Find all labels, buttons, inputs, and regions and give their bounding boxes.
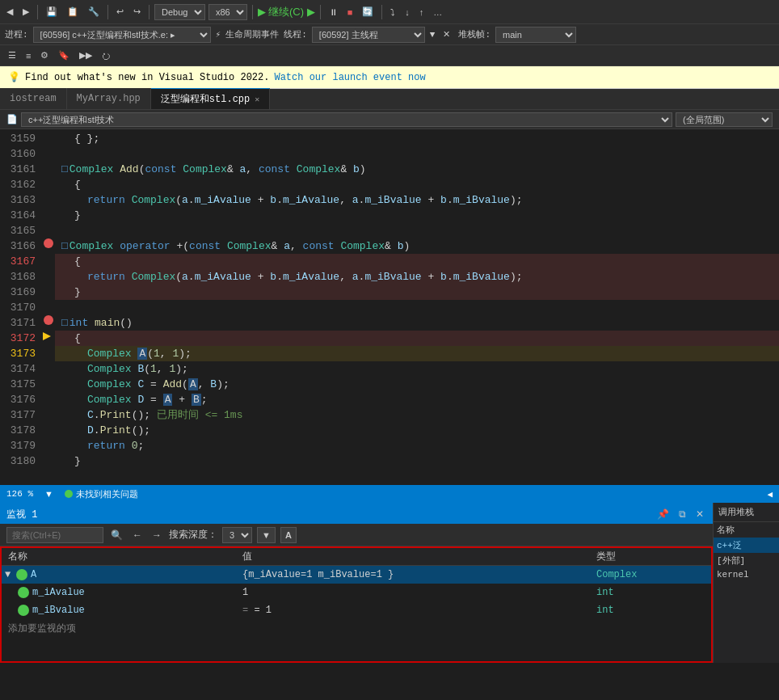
A-name: A xyxy=(31,569,36,580)
back-btn[interactable]: ◀ xyxy=(3,5,16,19)
code-line-3177: C.Print(); 已用时间 <= 1ms xyxy=(55,407,779,423)
info-link[interactable]: Watch our launch event now xyxy=(274,72,425,83)
edit-btn5[interactable]: ▶▶ xyxy=(76,48,95,62)
forward-btn[interactable]: ▶ xyxy=(19,5,32,19)
code-line-3176: Complex D = A + B; xyxy=(55,392,779,407)
edit-btn2[interactable]: ≡ xyxy=(23,49,34,62)
tab-generic[interactable]: 泛型编程和stl.cpp ✕ xyxy=(151,88,270,109)
sep1 xyxy=(37,5,38,19)
watch-col-type: 类型 xyxy=(590,550,711,563)
stop-btn[interactable]: ■ xyxy=(344,6,356,19)
watch-forward-btn[interactable]: → xyxy=(149,529,164,542)
save-btn[interactable]: 💾 xyxy=(43,5,61,19)
expand-A-icon[interactable]: ▼ xyxy=(5,569,16,580)
watch-row-mib-name: m_iBvalue xyxy=(2,605,236,616)
sep3 xyxy=(149,5,149,19)
tab-iostream-label: iostream xyxy=(10,93,57,104)
breakpoint-3167[interactable] xyxy=(44,238,53,248)
tab-myarray-label: MyArray.hpp xyxy=(77,93,141,104)
current-arrow xyxy=(43,332,51,340)
mib-name: m_iBvalue xyxy=(32,605,85,616)
redo-btn[interactable]: ↪ xyxy=(130,5,144,19)
code-line-3162: { xyxy=(55,177,779,192)
filepath-bar: 📄 c++泛型编程和stl技术 (全局范围) xyxy=(0,110,779,129)
filepath-combo[interactable]: c++泛型编程和stl技术 xyxy=(21,112,672,127)
status-bar: 126 % ▼ 未找到相关问题 ◀ xyxy=(0,485,779,503)
main-toolbar: ◀ ▶ 💾 📋 🔧 ↩ ↪ Debug x86 ▶ 继续(C) ▶ ⏸ ■ 🔄 … xyxy=(0,0,779,24)
watch-close-btn[interactable]: ✕ xyxy=(693,508,706,521)
call-stack-item-0[interactable]: c++泛 xyxy=(714,538,779,553)
edit-btn4[interactable]: 🔖 xyxy=(55,48,73,62)
scope-combo[interactable]: (全局范围) xyxy=(676,112,773,127)
call-stack-item-1[interactable]: [外部] xyxy=(714,553,779,568)
pause-btn[interactable]: ⏸ xyxy=(326,6,341,19)
call-stack-item-2[interactable]: kernel xyxy=(714,568,779,581)
debug-config-combo[interactable]: Debug xyxy=(154,4,205,20)
info-text: Find out what's new in Visual Studio 202… xyxy=(25,72,269,83)
watch-back-btn[interactable]: ← xyxy=(130,529,145,542)
code-line-3171: □int main() xyxy=(55,315,779,331)
play-icon: ▶ xyxy=(258,6,266,18)
watch-search-input[interactable] xyxy=(6,527,103,543)
tab-iostream[interactable]: iostream xyxy=(0,88,67,109)
watch-row-A-val: {m_iAvalue=1 m_iBvalue=1 } xyxy=(236,569,590,580)
mib-icon xyxy=(18,605,29,616)
toolbar-more-btn[interactable]: … xyxy=(430,6,445,19)
watch-row-mib-val: = = 1 xyxy=(236,605,590,616)
watch-a-btn[interactable]: A xyxy=(280,527,297,543)
watch-filter-btn[interactable]: ▼ xyxy=(257,527,276,543)
watch-float-btn[interactable]: ⧉ xyxy=(676,508,688,521)
code-line-3164: } xyxy=(55,208,779,223)
code-line-3161: □Complex Add(const Complex& a, const Com… xyxy=(55,162,779,177)
undo-btn[interactable]: ↩ xyxy=(113,5,127,19)
filter-btn[interactable]: ✕ xyxy=(440,27,453,41)
code-line-3168: return Complex(a.m_iAvalue + b.m_iAvalue… xyxy=(55,269,779,285)
code-line-3163: return Complex(a.m_iAvalue + b.m_iAvalue… xyxy=(55,192,779,208)
watch-row-A[interactable]: ▼ A {m_iAvalue=1 m_iBvalue=1 } Complex xyxy=(2,566,711,584)
info-icon: 💡 xyxy=(8,71,20,83)
zoom-level: 126 % xyxy=(6,489,33,499)
watch-panel: 监视 1 📌 ⧉ ✕ 🔍 ← → 搜索深度： 3 ▼ A 名称 值 xyxy=(0,503,713,663)
edit-bar: ☰ ≡ ⚙ 🔖 ▶▶ ⭮ xyxy=(0,45,779,66)
watch-header-controls: 📌 ⧉ ✕ xyxy=(655,508,706,521)
zoom-btn[interactable]: ▼ xyxy=(41,487,57,500)
stack-combo[interactable]: main xyxy=(495,27,576,43)
edit-btn3[interactable]: ⚙ xyxy=(37,48,52,62)
arch-combo[interactable]: x86 xyxy=(208,4,247,20)
watch-search-icon[interactable]: 🔍 xyxy=(108,529,125,542)
A-icon xyxy=(16,569,27,580)
code-line-3166: □Complex operator +(const Complex& a, co… xyxy=(55,238,779,254)
code-content[interactable]: { }; □Complex Add(const Complex& a, cons… xyxy=(55,129,779,485)
step-over-btn[interactable]: ⤵ xyxy=(387,6,398,19)
step-into-btn[interactable]: ↓ xyxy=(402,6,413,19)
lifecycle-label: 生命周期事件 xyxy=(225,28,279,40)
restart-btn[interactable]: 🔄 xyxy=(359,5,377,19)
process-combo[interactable]: [60596] c++泛型编程和stl技术.e: ▸ xyxy=(33,27,211,43)
toolbar-btn3[interactable]: 🔧 xyxy=(85,5,103,19)
watch-row-mib-type: int xyxy=(590,605,711,616)
code-line-3178: D.Print(); xyxy=(55,423,779,438)
toolbar-btn2[interactable]: 📋 xyxy=(64,5,82,19)
breakpoint-3172[interactable] xyxy=(44,315,53,325)
code-line-3159: { }; xyxy=(55,131,779,146)
call-stack-header: 调用堆栈 xyxy=(714,503,779,522)
code-editor: 3159 3160 3161 3162 3163 3164 3165 3166 … xyxy=(0,129,779,485)
tab-myarray[interactable]: MyArray.hpp xyxy=(67,88,151,109)
thread-combo[interactable]: [60592] 主线程 xyxy=(312,27,425,43)
tab-close-icon[interactable]: ✕ xyxy=(255,95,259,104)
code-line-3174: Complex B(1, 1); xyxy=(55,361,779,377)
edit-btn6[interactable]: ⭮ xyxy=(99,49,114,62)
sep5 xyxy=(320,5,321,19)
watch-row-mib[interactable]: m_iBvalue = = 1 int xyxy=(2,601,711,619)
filter-icon: ▼ xyxy=(430,30,436,40)
step-out-btn[interactable]: ↑ xyxy=(416,6,427,19)
watch-pin-btn[interactable]: 📌 xyxy=(655,508,672,521)
code-line-3172: { xyxy=(55,331,779,346)
watch-add-row[interactable]: 添加要监视的项 xyxy=(2,619,711,637)
code-line-3180: } xyxy=(55,453,779,469)
continue-btn[interactable]: ▶ 继续(C) ▶ xyxy=(258,5,315,19)
depth-combo[interactable]: 3 xyxy=(222,527,252,543)
watch-row-mia[interactable]: m_iAvalue 1 int xyxy=(2,584,711,601)
watch-row-mia-name: m_iAvalue xyxy=(2,587,236,598)
edit-btn1[interactable]: ☰ xyxy=(5,48,19,62)
